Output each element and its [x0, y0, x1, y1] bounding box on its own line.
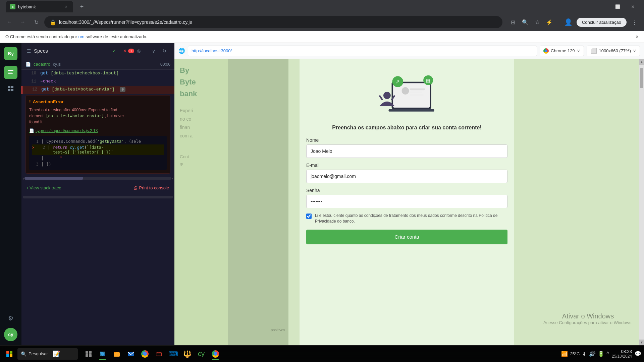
viewport-selector[interactable]: ⬜ 1000x660 (77%) ∨	[587, 46, 640, 56]
print-to-console-button[interactable]: 🖨 Print to console	[133, 185, 169, 190]
taskbar-git[interactable]: 🔱	[180, 347, 194, 361]
svg-rect-24	[89, 351, 92, 354]
error-source-link[interactable]: 📄 cypress/support/commands.js:2:13	[29, 128, 167, 133]
svg-rect-25	[86, 354, 88, 357]
star-icon[interactable]: ☆	[532, 17, 543, 27]
menu-button[interactable]: ⋮	[629, 17, 640, 27]
title-bar: B bytebank × + — ⬜ ✕	[0, 0, 644, 13]
taskbar-vscode[interactable]: ⌨	[166, 347, 180, 361]
taskbar: 🔍 Pesquisar 📝	[0, 345, 644, 362]
search-icon[interactable]: 🔍	[520, 17, 531, 27]
scroll-right-button[interactable]: ›	[171, 176, 173, 181]
network-icon-2[interactable]: 🌡	[582, 351, 587, 357]
vscroll-thumb[interactable]	[640, 68, 643, 88]
error-code-line-1: 1 | Cypress.Commands.add('getByData', (s…	[32, 138, 164, 144]
error-code-block: 1 | Cypress.Commands.add('getByData', (s…	[29, 136, 167, 170]
scroll-down-button[interactable]: ▼	[639, 340, 644, 345]
notification-icon[interactable]: 💬	[635, 351, 641, 357]
dash-separator: —	[117, 48, 122, 53]
svg-rect-27	[114, 352, 120, 357]
profile-icon[interactable]: 👤	[563, 17, 574, 27]
translate-icon[interactable]: ⊞	[508, 17, 519, 27]
svg-text:▤: ▤	[426, 78, 430, 83]
new-tab-button[interactable]: +	[77, 2, 87, 11]
start-button[interactable]	[3, 347, 16, 361]
line-number-12: 12	[26, 87, 37, 92]
tab-close-button[interactable]: ×	[63, 4, 69, 10]
taskbar-search-box[interactable]: 🔍 Pesquisar 📝	[17, 348, 78, 360]
scrollbar-track[interactable]	[24, 177, 172, 180]
bottom-scroll-track[interactable]	[23, 196, 173, 198]
chevron-up-icon[interactable]: ^	[606, 351, 609, 357]
network-icon[interactable]: 📶	[561, 351, 568, 357]
email-input[interactable]	[306, 170, 507, 183]
minimize-button[interactable]: —	[594, 0, 610, 13]
dash2: —	[143, 48, 148, 53]
scroll-up-button[interactable]: ▲	[639, 59, 644, 65]
reload-button[interactable]: ↻	[31, 17, 42, 27]
taskbar-chrome-edge[interactable]	[96, 347, 109, 361]
file-icon-small: 📄	[29, 128, 34, 133]
tab-favicon: B	[10, 4, 15, 9]
battery-icon[interactable]: 🔋	[598, 351, 604, 357]
close-button[interactable]: ✕	[625, 0, 641, 13]
password-input[interactable]	[306, 195, 507, 208]
browser-selector[interactable]: Chrome 129 ∨	[540, 46, 584, 56]
name-field-group: Nome	[306, 137, 507, 158]
settings-icon[interactable]: ⚙	[4, 312, 17, 325]
taskbar-clock[interactable]: 08:23 25/10/2024	[612, 349, 632, 359]
cypress-header: ☰ Specs ✓ — ✕ 1 ◎ — ∨ ↻	[21, 43, 174, 59]
specs-icon[interactable]	[4, 66, 17, 79]
browser-chevron-icon: ∨	[577, 48, 580, 53]
preview-vertical-scrollbar[interactable]: ▲ ▼	[639, 59, 644, 345]
viewport-icon: ⬜	[590, 48, 597, 54]
volume-icon[interactable]: 🔊	[589, 351, 596, 357]
extensions-icon[interactable]: ⚡	[544, 17, 555, 27]
error-code-line-2: > 2 | return cy.get(`[data-test=${'{'}se…	[32, 144, 164, 155]
globe-icon: 🌐	[178, 48, 185, 54]
app-preview: ByBytebank Experino cofinancom a Contgr	[174, 59, 639, 345]
taskbar-file-explorer[interactable]	[110, 347, 123, 361]
horizontal-scrollbar[interactable]: ‹ ›	[21, 175, 174, 182]
cypress-logo[interactable]: By	[4, 47, 17, 60]
test-results-icon[interactable]	[4, 82, 17, 95]
cypress-bottom-scrollbar[interactable]	[21, 194, 174, 200]
cypress-icon-sidebar: By ⚙ cy	[0, 43, 21, 345]
sticky-note-icon: 📝	[53, 350, 60, 358]
scroll-left-button[interactable]: ‹	[23, 176, 24, 181]
taskbar-cypress-app[interactable]: cy	[195, 347, 208, 361]
submit-button[interactable]: Criar conta	[306, 230, 507, 244]
specs-header-title: Specs	[34, 48, 48, 54]
taskbar-mail[interactable]	[124, 347, 138, 361]
active-tab[interactable]: B bytebank ×	[6, 1, 73, 12]
preview-url-text: http://localhost:3000/	[192, 48, 232, 53]
taskbar-database[interactable]: 🗃	[152, 347, 166, 361]
stack-trace-button[interactable]: › View stack trace	[27, 185, 61, 190]
terms-checkbox[interactable]	[306, 214, 312, 219]
taskbar-chrome[interactable]	[138, 347, 152, 361]
file-icon: 📄	[25, 62, 31, 67]
back-button[interactable]: ←	[4, 17, 15, 27]
chevron-down-button[interactable]: ∨	[149, 46, 158, 56]
automation-close-button[interactable]: ×	[636, 34, 639, 40]
preview-url-bar[interactable]: http://localhost:3000/	[188, 46, 537, 56]
cypress-bottom-actions: › View stack trace 🖨 Print to console	[21, 182, 174, 194]
cypress-timestamp: 00:06	[160, 62, 170, 67]
chevron-right-icon: ›	[27, 185, 28, 190]
svg-rect-1	[8, 72, 12, 72]
svg-rect-10	[410, 88, 425, 90]
taskbar-chrome-active[interactable]	[209, 347, 222, 361]
vscroll-track[interactable]	[639, 65, 644, 340]
svg-rect-4	[11, 86, 13, 88]
update-button[interactable]: Concluir atualização	[577, 18, 627, 27]
name-input[interactable]	[306, 144, 507, 158]
right-text: ...positivos	[268, 328, 285, 332]
cypress-bottom-logo[interactable]: cy	[4, 328, 17, 341]
address-input-wrap[interactable]: 🔒 localhost:3000/_/#/specs/runner?file=c…	[44, 16, 502, 28]
forward-button[interactable]: →	[17, 17, 28, 27]
taskbar-task-view[interactable]	[82, 347, 95, 361]
refresh-button[interactable]: ↻	[160, 46, 169, 56]
maximize-button[interactable]: ⬜	[610, 0, 625, 13]
scrollbar-thumb[interactable]	[24, 177, 83, 180]
main-content: By ⚙ cy ☰ Specs ✓	[0, 43, 644, 345]
